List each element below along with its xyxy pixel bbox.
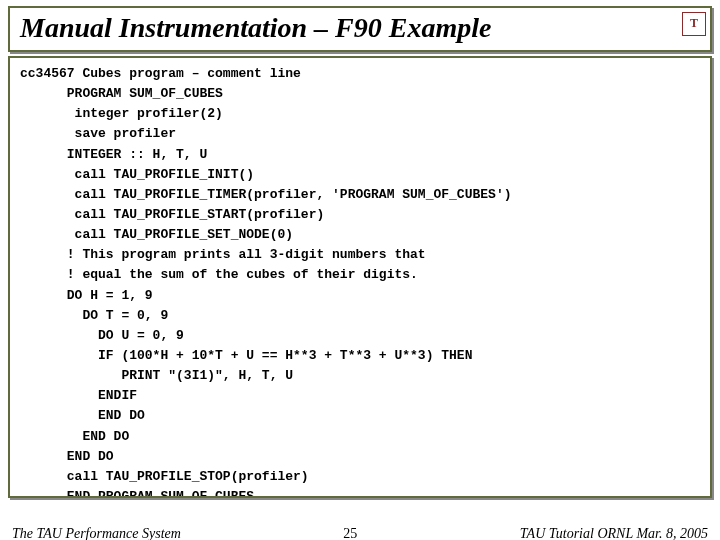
code-line: ! This program prints all 3-digit number…: [20, 245, 700, 265]
code-line: cc34567 Cubes program – comment line: [20, 64, 700, 84]
code-line: call TAU_PROFILE_START(profiler): [20, 205, 700, 225]
code-line: DO T = 0, 9: [20, 306, 700, 326]
code-line: ENDIF: [20, 386, 700, 406]
code-line: END DO: [20, 447, 700, 467]
title-bar: Manual Instrumentation – F90 Example: [8, 6, 712, 52]
code-line: PROGRAM SUM_OF_CUBES: [20, 84, 700, 104]
code-line: IF (100*H + 10*T + U == H**3 + T**3 + U*…: [20, 346, 700, 366]
code-line: INTEGER :: H, T, U: [20, 145, 700, 165]
code-line: PRINT "(3I1)", H, T, U: [20, 366, 700, 386]
code-line: DO H = 1, 9: [20, 286, 700, 306]
page-number: 25: [343, 526, 357, 540]
code-line: call TAU_PROFILE_SET_NODE(0): [20, 225, 700, 245]
code-listing: cc34567 Cubes program – comment line PRO…: [8, 56, 712, 498]
code-line: ! equal the sum of the cubes of their di…: [20, 265, 700, 285]
code-line: call TAU_PROFILE_INIT(): [20, 165, 700, 185]
code-line: END DO: [20, 406, 700, 426]
footer: The TAU Performance System 25 TAU Tutori…: [0, 526, 720, 540]
slide: T Manual Instrumentation – F90 Example c…: [0, 6, 720, 540]
code-line: call TAU_PROFILE_STOP(profiler): [20, 467, 700, 487]
code-line: END DO: [20, 427, 700, 447]
code-line: call TAU_PROFILE_TIMER(profiler, 'PROGRA…: [20, 185, 700, 205]
footer-right: TAU Tutorial ORNL Mar. 8, 2005: [520, 526, 708, 540]
code-line: DO U = 0, 9: [20, 326, 700, 346]
footer-left: The TAU Performance System: [12, 526, 181, 540]
code-line: save profiler: [20, 124, 700, 144]
code-line: END PROGRAM SUM_OF_CUBES: [20, 487, 700, 498]
slide-title: Manual Instrumentation – F90 Example: [20, 12, 491, 43]
code-line: integer profiler(2): [20, 104, 700, 124]
